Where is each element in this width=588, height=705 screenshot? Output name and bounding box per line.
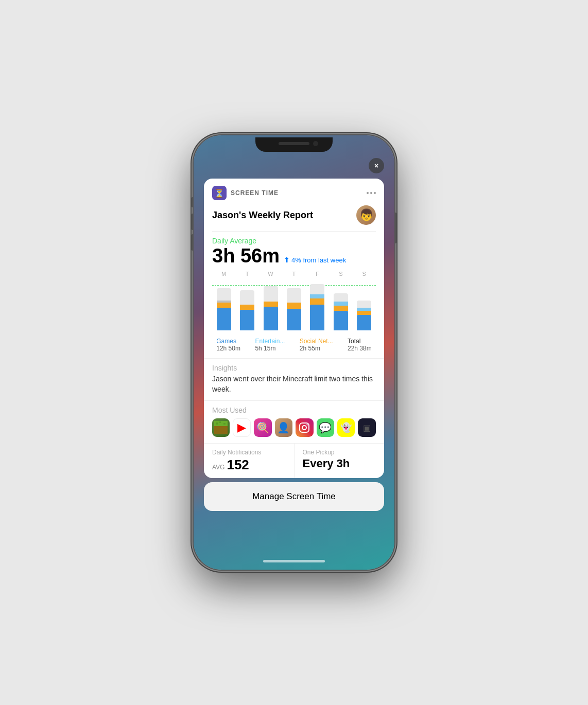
app-icon-minecraft[interactable] (212, 418, 230, 437)
notif-value-row: AVG 152 (212, 457, 286, 473)
camera (313, 141, 318, 146)
dot2 (370, 192, 372, 194)
day-F: F (307, 271, 327, 277)
day-T1: T (237, 271, 257, 277)
app-icon-youtube[interactable]: ▶ (233, 418, 251, 437)
manage-btn-label: Manage Screen Time (252, 491, 336, 501)
stats-section: Daily Average 3h 56m ⬆ 4% from last week (204, 232, 384, 271)
avg-value: 152 (227, 457, 249, 473)
pct-change: ⬆ 4% from last week (284, 256, 346, 264)
pickup-label: One Pickup (303, 449, 376, 456)
dot3 (374, 192, 376, 194)
cat-entertainment: Entertain... 5h 15m (255, 338, 285, 352)
svg-rect-1 (214, 426, 228, 434)
app-icon-messages[interactable]: 💬 (317, 418, 334, 437)
app-icon-person[interactable]: 👤 (275, 418, 292, 437)
avatar: 👦 (356, 205, 376, 225)
category-row: Games 12h 50m Entertain... 5h 15m Social… (204, 334, 384, 359)
close-button[interactable]: × (369, 158, 384, 173)
insights-label: Insights (212, 364, 376, 372)
insights-section: Insights Jason went over their Minecraft… (204, 359, 384, 401)
bar-chart: M T W T F S S (204, 271, 384, 334)
app-icon-instagram[interactable] (296, 418, 313, 437)
app-title-left: ⏳ SCREEN TIME (212, 186, 279, 200)
pickup-value-row: Every 3h (303, 457, 376, 470)
speaker (279, 142, 309, 145)
most-used-label: Most Used (212, 406, 376, 414)
bar-thu (285, 279, 303, 330)
side-buttons-left (192, 197, 194, 256)
day-S1: S (331, 271, 351, 277)
bar-wed (262, 279, 280, 330)
report-title: Jason's Weekly Report (212, 210, 313, 221)
bar-fri (308, 279, 326, 330)
card-container: ⏳ SCREEN TIME Jason's Weekly Report (204, 179, 384, 526)
notch (255, 137, 333, 152)
app-icons-row: ▶ 🍭 👤 (212, 418, 376, 437)
cat-total: Total 22h 38m (348, 338, 372, 352)
svg-point-6 (302, 426, 306, 430)
report-title-row: Jason's Weekly Report 👦 (212, 205, 376, 232)
manage-screen-time-button[interactable]: Manage Screen Time (204, 482, 384, 511)
svg-point-7 (307, 424, 308, 425)
day-M: M (214, 271, 234, 277)
svg-rect-2 (216, 422, 218, 425)
dot1 (367, 192, 369, 194)
notifications-row: Daily Notifications AVG 152 One Pickup E… (204, 444, 384, 478)
time-row: 3h 56m ⬆ 4% from last week (212, 246, 376, 266)
cat-games: Games 12h 50m (216, 338, 240, 352)
home-indicator (263, 560, 325, 562)
daily-notifications-cell: Daily Notifications AVG 152 (204, 444, 295, 478)
cat-social: Social Net... 2h 55m (300, 338, 333, 352)
up-arrow-icon: ⬆ (284, 256, 290, 264)
bar-sat (332, 279, 350, 330)
phone-frame: × ⏳ SCREEN TIME (194, 135, 394, 570)
app-icon-candy[interactable]: 🍭 (254, 418, 271, 437)
bar-mon (215, 279, 233, 330)
main-card: ⏳ SCREEN TIME Jason's Weekly Report (204, 179, 384, 478)
svg-rect-3 (219, 421, 221, 423)
app-icon-snapchat[interactable]: 👻 (337, 418, 355, 437)
screen-time-icon: ⏳ (212, 186, 227, 200)
daily-avg-label: Daily Average (212, 237, 376, 245)
app-header: ⏳ SCREEN TIME Jason's Weekly Report (204, 179, 384, 232)
day-labels: M T W T F S S (212, 271, 376, 277)
bar-sun (355, 279, 373, 330)
side-button-right (394, 213, 396, 243)
day-T2: T (284, 271, 304, 277)
bars-container (212, 279, 376, 330)
svg-rect-4 (223, 423, 226, 425)
one-pickup-cell: One Pickup Every 3h (295, 444, 385, 478)
pickup-value: Every 3h (303, 457, 350, 470)
phone-screen: × ⏳ SCREEN TIME (196, 137, 392, 568)
avg-label: AVG (212, 464, 224, 471)
daily-notif-label: Daily Notifications (212, 449, 286, 456)
insights-text: Jason went over their Minecraft limit tw… (212, 374, 376, 394)
day-W: W (261, 271, 281, 277)
app-name: SCREEN TIME (231, 189, 279, 197)
bar-tue (238, 279, 256, 330)
day-S2: S (354, 271, 374, 277)
app-title-row: ⏳ SCREEN TIME (212, 186, 376, 200)
app-icon-dark[interactable]: ▣ (358, 418, 375, 437)
time-display: 3h 56m (212, 246, 280, 266)
more-menu[interactable] (367, 192, 376, 194)
most-used-section: Most Used (204, 401, 384, 444)
